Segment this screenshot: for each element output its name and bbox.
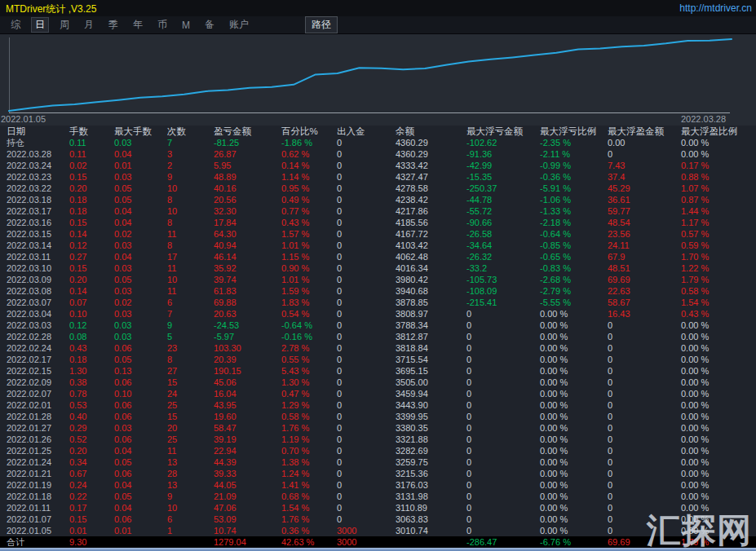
menu-tab-currency[interactable]: 币 (153, 17, 171, 33)
table-cell: 45.29 (601, 183, 674, 194)
menu-tab-m[interactable]: M (178, 19, 194, 32)
table-cell: 0.95 % (275, 183, 330, 194)
table-row[interactable]: 2022.02.170.180.05820.390.55 %03715.5400… (0, 354, 756, 365)
table-cell: 1.54 % (275, 502, 330, 514)
table-row[interactable]: 2022.01.280.400.061519.600.58 %03399.950… (0, 411, 756, 422)
table-row[interactable]: 2022.02.070.780.102416.040.47 %03459.940… (0, 388, 756, 399)
table-cell: 43.95 (207, 399, 275, 411)
table-row[interactable]: 2022.01.180.220.05921.090.68 %03131.9800… (0, 491, 756, 502)
table-row[interactable]: 2022.01.050.010.01110.740.36 %30003010.7… (0, 525, 756, 536)
table-row[interactable]: 2022.03.160.150.04817.840.43 %04185.56-9… (0, 217, 756, 228)
table-row[interactable]: 2022.01.210.670.062839.331.24 %03215.360… (0, 468, 756, 479)
table-row[interactable]: 2022.03.220.200.051040.160.95 %04278.58-… (0, 183, 756, 194)
table-cell: 2022.03.04 (0, 308, 63, 320)
table-row[interactable]: 2022.01.110.170.041047.061.54 %03110.890… (0, 502, 756, 514)
table-cell: 0 (330, 434, 389, 445)
table-cell: 0 (601, 468, 674, 479)
table-cell: 0.53 (63, 399, 108, 411)
table-cell: 0 (601, 331, 674, 342)
table-row[interactable]: 2022.03.070.070.02669.881.83 %03878.85-2… (0, 297, 756, 308)
path-button[interactable]: 路径 (305, 16, 338, 33)
table-cell: 1.01 % (275, 274, 330, 285)
table-row[interactable]: 2022.03.170.180.041032.300.77 %04217.86-… (0, 205, 756, 217)
table-row[interactable]: 2022.02.151.300.1327190.155.43 %03695.15… (0, 365, 756, 377)
table-cell: 20.56 (207, 194, 275, 205)
menu-tab-weekly[interactable]: 周 (55, 17, 73, 33)
menu-items: 综日周月季年币M备账户 (7, 17, 259, 33)
table-cell: 67.9 (601, 251, 674, 262)
table-row[interactable]: 2022.02.010.530.062543.951.29 %03443.900… (0, 399, 756, 411)
total-cell: 3000 (330, 536, 389, 548)
total-cell: 合计 (0, 536, 63, 548)
table-cell: 0 (330, 297, 389, 308)
table-cell: 0.00 % (674, 411, 756, 422)
table-cell: 0 (601, 479, 674, 491)
table-row[interactable]: 2022.01.070.150.06653.091.76 %03063.8300… (0, 514, 756, 525)
table-cell: 3818.84 (389, 342, 460, 354)
table-row[interactable]: 2022.03.080.140.031161.831.59 %03940.68-… (0, 285, 756, 297)
table-row[interactable]: 持仓0.110.037-81.25-1.86 %04360.29-102.62-… (0, 137, 756, 148)
menu-tab-daily[interactable]: 日 (31, 17, 49, 33)
table-cell: -5.55 % (533, 297, 601, 308)
table-row[interactable]: 2022.01.190.240.041344.051.41 %03176.030… (0, 479, 756, 491)
table-cell: 3000 (330, 525, 389, 536)
table-row[interactable]: 2022.01.270.290.032058.471.76 %03380.350… (0, 422, 756, 434)
table-row[interactable]: 2022.01.240.340.051344.391.38 %03259.750… (0, 456, 756, 468)
table-total-row[interactable]: 合计9.301279.0442.63 %3000-286.47-6.76 %69… (0, 536, 756, 548)
table-cell: 44.05 (207, 479, 275, 491)
app-url-link[interactable]: http://mtdriver.cn (679, 2, 752, 14)
table-row[interactable]: 2022.03.180.180.05820.560.49 %04238.42-4… (0, 194, 756, 205)
table-cell: 8 (161, 240, 207, 251)
table-row[interactable]: 2022.03.090.200.051039.741.01 %03980.42-… (0, 274, 756, 285)
table-cell: 0 (601, 456, 674, 468)
menu-tab-memo[interactable]: 备 (201, 17, 219, 33)
table-row[interactable]: 2022.01.260.520.062539.191.19 %03321.880… (0, 434, 756, 445)
total-cell (108, 536, 161, 548)
table-cell: 0.00 % (533, 491, 601, 502)
menu-tab-quarterly[interactable]: 季 (104, 17, 122, 33)
menu-tab-monthly[interactable]: 月 (80, 17, 98, 33)
table-row[interactable]: 2022.02.090.380.061545.061.30 %03505.000… (0, 377, 756, 388)
table-cell: 0.00 % (674, 148, 756, 160)
table-cell: 0.00 % (674, 365, 756, 377)
table-row[interactable]: 2022.03.100.150.031135.920.90 %04016.34-… (0, 262, 756, 274)
table-row[interactable]: 2022.03.150.140.021164.301.57 %04167.72-… (0, 228, 756, 240)
table-cell: 0 (460, 377, 533, 388)
table-row[interactable]: 2022.03.040.100.03720.630.54 %03808.9700… (0, 308, 756, 320)
table-row[interactable]: 2022.03.110.270.041746.141.15 %04062.48-… (0, 251, 756, 262)
table-cell: 0 (460, 320, 533, 331)
table-cell: 2022.02.15 (0, 365, 63, 377)
table-row[interactable]: 2022.03.240.020.0125.950.14 %04333.42-42… (0, 160, 756, 171)
table-cell: 4185.56 (389, 217, 460, 228)
table-row[interactable]: 2022.02.240.430.0623103.302.78 %03818.84… (0, 342, 756, 354)
table-cell: 0.18 (63, 194, 108, 205)
table-cell: 3215.36 (389, 468, 460, 479)
table-cell: 16.04 (207, 388, 275, 399)
table-cell: 20.63 (207, 308, 275, 320)
table-cell: 2022.03.03 (0, 320, 63, 331)
table-cell: 0 (330, 217, 389, 228)
table-cell: 0.00 % (674, 434, 756, 445)
table-cell: -34.64 (460, 240, 533, 251)
table-cell: 17.84 (207, 217, 275, 228)
table-row[interactable]: 2022.01.250.200.041122.940.70 %03282.690… (0, 445, 756, 456)
table-cell: 0.62 % (275, 148, 330, 160)
table-cell: 23 (161, 342, 207, 354)
table-row[interactable]: 2022.03.030.120.039-24.53-0.64 %03788.34… (0, 320, 756, 331)
table-row[interactable]: 2022.03.230.150.03948.891.14 %04327.47-1… (0, 171, 756, 183)
table-cell: 0 (601, 365, 674, 377)
table-cell: 0 (330, 491, 389, 502)
menu-tab-summary[interactable]: 综 (7, 17, 24, 33)
table-row[interactable]: 2022.03.140.120.03840.941.01 %04103.42-3… (0, 240, 756, 251)
menu-tab-yearly[interactable]: 年 (129, 17, 147, 33)
table-cell: 8 (161, 217, 207, 228)
table-cell: -0.65 % (533, 251, 601, 262)
table-row[interactable]: 2022.03.280.110.04326.870.62 %04360.29-9… (0, 148, 756, 160)
table-row[interactable]: 2022.02.280.080.035-5.97-0.16 %03812.870… (0, 331, 756, 342)
table-cell: 0 (601, 354, 674, 365)
table-cell: 0 (601, 422, 674, 434)
table-cell: 3131.98 (389, 491, 460, 502)
table-cell: 3878.85 (389, 297, 460, 308)
menu-tab-account[interactable]: 账户 (225, 17, 253, 33)
table-cell: 0 (601, 445, 674, 456)
